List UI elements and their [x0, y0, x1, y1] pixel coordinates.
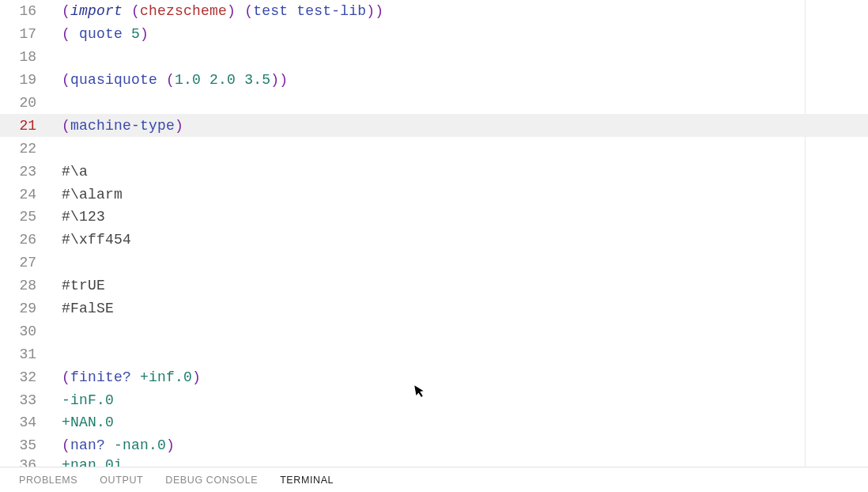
code-content[interactable]: ( quote 5) — [62, 26, 149, 42]
line-number: 36 — [0, 457, 62, 467]
code-line[interactable]: 36+nan.0i — [0, 457, 868, 467]
line-number: 33 — [0, 392, 62, 408]
line-number: 21 — [0, 118, 62, 134]
code-line[interactable]: 25#\123 — [0, 206, 868, 229]
code-line[interactable]: 33-inF.0 — [0, 388, 868, 411]
line-number: 20 — [0, 95, 62, 111]
line-number: 22 — [0, 141, 62, 157]
code-line[interactable]: 30 — [0, 320, 868, 343]
line-number: 31 — [0, 346, 62, 362]
code-content[interactable]: #trUE — [62, 278, 105, 293]
code-line[interactable]: 22 — [0, 137, 868, 160]
line-number: 32 — [0, 369, 62, 385]
code-content[interactable]: (nan? -nan.0) — [62, 437, 175, 453]
code-content[interactable]: -inF.0 — [62, 392, 114, 408]
line-number: 26 — [0, 232, 62, 248]
code-content[interactable]: +NAN.0 — [62, 414, 114, 430]
line-number: 27 — [0, 255, 62, 271]
line-number: 29 — [0, 301, 62, 316]
code-line[interactable]: 27 — [0, 252, 868, 274]
code-line[interactable]: 20 — [0, 92, 868, 115]
code-line[interactable]: 24#\alarm — [0, 183, 868, 206]
code-content[interactable]: +nan.0i — [62, 457, 123, 467]
line-number: 25 — [0, 209, 62, 225]
code-content[interactable]: (import (chezscheme) (test test-lib)) — [62, 3, 383, 19]
panel-tab-terminal[interactable]: TERMINAL — [280, 475, 334, 486]
line-number: 35 — [0, 437, 62, 453]
code-line[interactable]: 18 — [0, 46, 868, 69]
code-line[interactable]: 26#\xff454 — [0, 229, 868, 252]
code-line[interactable]: 31 — [0, 343, 868, 365]
code-content[interactable]: #\xff454 — [62, 232, 131, 248]
code-line[interactable]: 34+NAN.0 — [0, 411, 868, 434]
line-number: 23 — [0, 164, 62, 180]
panel-tab-problems[interactable]: PROBLEMS — [19, 475, 77, 486]
code-content[interactable]: #\123 — [62, 209, 105, 225]
code-content[interactable]: (finite? +inf.0) — [62, 369, 201, 385]
code-line[interactable]: 35(nan? -nan.0) — [0, 434, 868, 457]
line-number: 30 — [0, 324, 62, 339]
line-number: 16 — [0, 3, 62, 19]
code-line[interactable]: 19(quasiquote (1.0 2.0 3.5)) — [0, 69, 868, 92]
code-line[interactable]: 29#FalSE — [0, 297, 868, 320]
code-content[interactable]: #\a — [62, 164, 88, 180]
line-number: 34 — [0, 414, 62, 430]
panel-tab-output[interactable]: OUTPUT — [100, 475, 143, 486]
code-line[interactable]: 28#trUE — [0, 274, 868, 297]
line-number: 19 — [0, 72, 62, 88]
code-content[interactable]: (quasiquote (1.0 2.0 3.5)) — [62, 72, 288, 88]
panel-tab-debug-console[interactable]: DEBUG CONSOLE — [165, 475, 258, 486]
line-number: 24 — [0, 187, 62, 202]
code-line[interactable]: 21(machine-type) — [0, 114, 868, 137]
code-editor[interactable]: 16(import (chezscheme) (test test-lib))1… — [0, 0, 868, 467]
line-number: 28 — [0, 278, 62, 293]
code-content[interactable]: #\alarm — [62, 187, 123, 202]
code-content[interactable]: (machine-type) — [62, 118, 183, 134]
bottom-panel: PROBLEMSOUTPUTDEBUG CONSOLETERMINAL — [0, 467, 868, 492]
code-line[interactable]: 23#\a — [0, 160, 868, 183]
line-number: 18 — [0, 49, 62, 65]
code-content[interactable]: #FalSE — [62, 301, 114, 316]
code-line[interactable]: 32(finite? +inf.0) — [0, 365, 868, 388]
code-line[interactable]: 16(import (chezscheme) (test test-lib)) — [0, 0, 868, 23]
line-number: 17 — [0, 26, 62, 42]
code-line[interactable]: 17( quote 5) — [0, 23, 868, 46]
